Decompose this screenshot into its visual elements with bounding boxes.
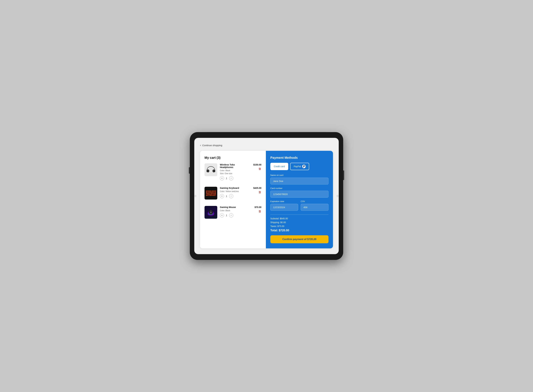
delete-keyboard[interactable]: 🗑 bbox=[258, 191, 261, 194]
item-color-mouse: Color: Black bbox=[220, 209, 246, 212]
item-size-headphones: Size: One size bbox=[220, 172, 246, 175]
keyboard-grid bbox=[205, 190, 217, 197]
payment-section: Payment Methods Credit card PayPal P Nam… bbox=[266, 151, 333, 248]
total-line: Total: $720.00 bbox=[270, 229, 328, 232]
expiry-label: Expiration date bbox=[270, 200, 298, 203]
mouse-svg bbox=[207, 208, 215, 217]
cart-section: My cart (3) bbox=[200, 151, 266, 248]
item-right-keyboard: $425.00 🗑 bbox=[249, 187, 261, 194]
item-name-mouse: Gaming Mouse bbox=[220, 206, 246, 209]
item-details-mouse: Gaming Mouse Color: Black + 1 − bbox=[220, 206, 246, 217]
tab-credit-card[interactable]: Credit card bbox=[270, 163, 288, 170]
shipping-line: Shipping: $0.00 bbox=[270, 221, 328, 224]
expiry-input[interactable] bbox=[270, 204, 298, 211]
cart-item-headphones: Wireless Toko Headphones Color: Black Si… bbox=[205, 163, 261, 183]
svg-point-11 bbox=[208, 214, 209, 214]
item-right-mouse: $70.00 🗑 bbox=[249, 206, 261, 213]
tablet-screen: ‹ Continue shopping My cart (3) bbox=[194, 138, 339, 254]
item-right-headphones: $150.00 🗑 bbox=[249, 163, 261, 171]
tablet-inner: ‹ Continue shopping My cart (3) bbox=[194, 138, 339, 254]
delete-headphones[interactable]: 🗑 bbox=[258, 167, 261, 171]
svg-point-10 bbox=[210, 211, 212, 212]
item-controls-keyboard: + 1 − bbox=[220, 194, 246, 198]
card-number-label: Card number bbox=[270, 187, 328, 189]
back-chevron-icon: ‹ bbox=[200, 144, 201, 147]
qty-mouse: 1 bbox=[225, 214, 228, 217]
item-image-keyboard bbox=[205, 187, 217, 200]
subtotal-line: Subtotal: $645.00 bbox=[270, 217, 328, 220]
expiry-group: Expiration date bbox=[270, 200, 298, 213]
payment-tabs: Credit card PayPal P bbox=[270, 163, 328, 170]
paypal-label: PayPal bbox=[294, 165, 301, 168]
confirm-payment-button[interactable]: Confirm payment of $720,00 bbox=[270, 235, 328, 243]
item-price-keyboard: $425.00 bbox=[253, 187, 261, 189]
tablet-side-button-left bbox=[189, 167, 190, 174]
decrease-qty-mouse[interactable]: − bbox=[229, 213, 233, 217]
card-number-input[interactable] bbox=[270, 191, 328, 198]
decrease-qty-keyboard[interactable]: − bbox=[229, 194, 233, 198]
csv-group: CSV bbox=[301, 200, 328, 213]
cart-item-keyboard: Gaming Keyboard Color: Yellow switches +… bbox=[205, 187, 261, 202]
credit-card-label: Credit card bbox=[274, 165, 285, 168]
delete-mouse[interactable]: 🗑 bbox=[258, 210, 261, 213]
qty-keyboard: 1 bbox=[225, 195, 228, 197]
increase-qty-keyboard[interactable]: + bbox=[220, 194, 224, 198]
item-name-keyboard: Gaming Keyboard bbox=[220, 187, 246, 189]
cart-title: My cart (3) bbox=[205, 156, 261, 160]
tablet-dot-left bbox=[194, 195, 196, 197]
item-image-mouse bbox=[205, 206, 217, 219]
increase-qty-headphones[interactable]: + bbox=[220, 176, 224, 180]
main-layout: My cart (3) bbox=[200, 151, 333, 248]
headphones-svg bbox=[206, 165, 216, 174]
summary-divider bbox=[270, 215, 328, 215]
csv-input[interactable] bbox=[301, 204, 328, 211]
svg-point-13 bbox=[210, 212, 211, 213]
item-details-keyboard: Gaming Keyboard Color: Yellow switches +… bbox=[220, 187, 246, 198]
tablet-dot-right bbox=[337, 195, 339, 197]
item-controls-mouse: + 1 − bbox=[220, 213, 246, 217]
payment-title: Payment Methods bbox=[270, 156, 328, 160]
tab-paypal[interactable]: PayPal P bbox=[290, 163, 309, 170]
tablet-frame: ‹ Continue shopping My cart (3) bbox=[190, 132, 343, 260]
item-name-headphones: Wireless Toko Headphones bbox=[220, 163, 246, 168]
csv-label: CSV bbox=[301, 200, 328, 203]
decrease-qty-headphones[interactable]: − bbox=[229, 176, 233, 180]
expiry-csv-row: Expiration date CSV bbox=[270, 200, 328, 213]
item-price-mouse: $70.00 bbox=[255, 206, 261, 209]
name-on-card-label: Name on card bbox=[270, 174, 328, 176]
item-details-headphones: Wireless Toko Headphones Color: Black Si… bbox=[220, 163, 246, 180]
paypal-icon: P bbox=[302, 165, 306, 168]
item-color-keyboard: Color: Yellow switches bbox=[220, 190, 246, 193]
item-color-headphones: Color: Black bbox=[220, 169, 246, 172]
taxes-line: Taxes: $75.00 bbox=[270, 225, 328, 228]
cart-item-mouse: Gaming Mouse Color: Black + 1 − $70.00 🗑 bbox=[205, 206, 261, 221]
item-price-headphones: $150.00 bbox=[253, 163, 261, 166]
item-controls-headphones: + 1 − bbox=[220, 176, 246, 180]
name-on-card-input[interactable] bbox=[270, 178, 328, 185]
item-image-headphones bbox=[205, 163, 217, 176]
svg-point-12 bbox=[213, 214, 214, 214]
qty-headphones: 1 bbox=[225, 177, 228, 180]
svg-point-5 bbox=[213, 170, 214, 172]
back-label: Continue shopping bbox=[202, 144, 222, 147]
back-link[interactable]: ‹ Continue shopping bbox=[200, 144, 333, 147]
svg-point-4 bbox=[208, 170, 209, 172]
tablet-side-button-right bbox=[343, 170, 344, 180]
increase-qty-mouse[interactable]: + bbox=[220, 213, 224, 217]
